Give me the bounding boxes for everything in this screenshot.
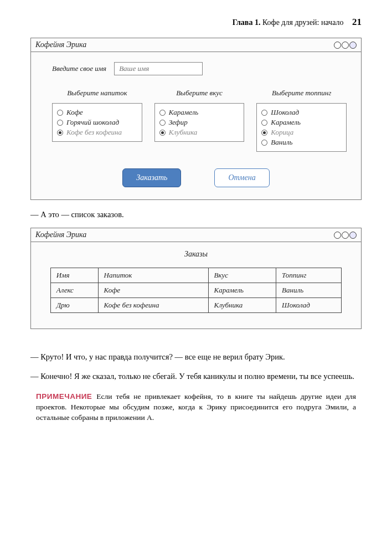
radio-icon: [159, 120, 166, 126]
window-button-icon[interactable]: [349, 42, 357, 49]
window-button-icon[interactable]: [334, 42, 341, 49]
button-row: Заказать Отмена: [45, 168, 347, 187]
table-header: Топпинг: [276, 268, 342, 283]
orders-heading: Заказы: [41, 250, 351, 259]
topping-option[interactable]: Корица: [261, 128, 342, 137]
window-button-icon[interactable]: [342, 42, 349, 49]
table-header-row: Имя Напиток Вкус Топпинг: [50, 268, 341, 283]
drink-label: Выберите напиток: [52, 89, 142, 98]
body-text: — А это — список заказов.: [30, 209, 362, 220]
form-body: Введите свое имя Выберите напиток Кофе Г…: [31, 52, 361, 199]
radio-icon: [261, 120, 267, 126]
radio-icon: [159, 130, 166, 136]
drink-options: Кофе Горячий шоколад Кофе без кофеина: [52, 103, 142, 142]
chapter-label: Глава 1.: [233, 18, 261, 27]
orders-body: Заказы Имя Напиток Вкус Топпинг Алекс Ко…: [31, 242, 361, 329]
radio-icon: [261, 140, 267, 146]
table-header: Напиток: [98, 268, 208, 283]
page-header: Глава 1. Кофе для друзей: начало 21: [30, 17, 362, 28]
note-label: ПРИМЕЧАНИЕ: [36, 392, 92, 401]
topping-label: Выберите топпинг: [256, 89, 347, 98]
radio-icon: [261, 110, 267, 116]
radio-icon: [57, 120, 63, 126]
orders-table: Имя Напиток Вкус Топпинг Алекс Кофе Кара…: [50, 268, 342, 313]
drink-option[interactable]: Горячий шоколад: [57, 118, 137, 127]
table-row: Алекс Кофе Карамель Ваниль: [50, 283, 341, 298]
topping-options: Шоколад Карамель Корица Ваниль: [256, 103, 347, 152]
name-input[interactable]: [114, 62, 203, 75]
drink-option[interactable]: Кофе: [57, 108, 137, 117]
page-number: 21: [352, 17, 362, 27]
page: Глава 1. Кофе для друзей: начало 21 Кофе…: [0, 0, 392, 445]
drink-column: Выберите напиток Кофе Горячий шоколад Ко…: [52, 89, 142, 152]
radio-icon: [261, 130, 267, 136]
name-row: Введите свое имя: [52, 62, 347, 75]
table-row: Дрю Кофе без кофеина Клубника Шоколад: [50, 298, 341, 313]
radio-icon: [57, 110, 63, 116]
body-text: — Конечно! Я же сказал, только не сбегай…: [30, 371, 362, 382]
flavor-options: Карамель Зефир Клубника: [154, 103, 245, 142]
table-header: Вкус: [208, 268, 276, 283]
chapter-title: Кофе для друзей: начало: [262, 18, 344, 27]
window-controls: [334, 232, 357, 239]
drink-option[interactable]: Кофе без кофеина: [57, 128, 137, 137]
flavor-option[interactable]: Клубника: [159, 128, 240, 137]
table-header: Имя: [50, 268, 98, 283]
flavor-option[interactable]: Зефир: [159, 118, 240, 127]
topping-option[interactable]: Карамель: [261, 118, 342, 127]
note-block: ПРИМЕЧАНИЕЕсли тебя не привлекает кофейн…: [30, 392, 362, 423]
window-controls: [334, 42, 357, 49]
titlebar: Кофейня Эрика: [31, 38, 361, 52]
radio-icon: [57, 130, 63, 136]
topping-option[interactable]: Шоколад: [261, 108, 342, 117]
titlebar: Кофейня Эрика: [31, 228, 361, 242]
window-title: Кофейня Эрика: [35, 230, 86, 239]
choice-row: Выберите напиток Кофе Горячий шоколад Ко…: [52, 89, 347, 152]
name-prompt-label: Введите свое имя: [52, 64, 106, 73]
flavor-label: Выберите вкус: [154, 89, 245, 98]
cancel-button[interactable]: Отмена: [214, 168, 269, 187]
order-button[interactable]: Заказать: [122, 168, 181, 187]
window-title: Кофейня Эрика: [35, 40, 86, 49]
topping-column: Выберите топпинг Шоколад Карамель Корица…: [256, 89, 347, 152]
flavor-option[interactable]: Карамель: [159, 108, 240, 117]
orders-list-mockup: Кофейня Эрика Заказы Имя Напиток Вкус То…: [30, 228, 362, 329]
flavor-column: Выберите вкус Карамель Зефир Клубника: [154, 89, 245, 152]
topping-option[interactable]: Ваниль: [261, 138, 342, 147]
window-button-icon[interactable]: [334, 232, 341, 239]
order-form-mockup: Кофейня Эрика Введите свое имя Выберите …: [30, 38, 362, 200]
body-text: — Круто! И что, у нас правда получится? …: [30, 351, 362, 362]
window-button-icon[interactable]: [342, 232, 349, 239]
radio-icon: [159, 110, 166, 116]
window-button-icon[interactable]: [349, 232, 357, 239]
